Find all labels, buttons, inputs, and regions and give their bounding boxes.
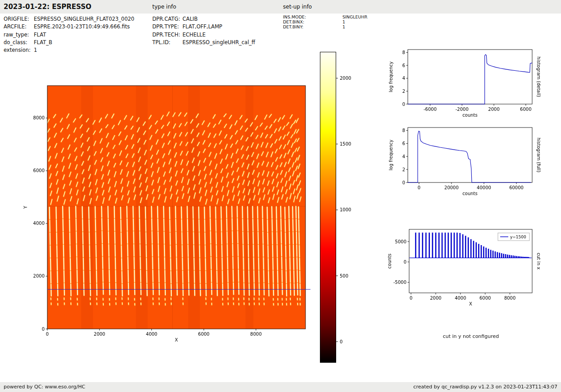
svg-text:6000: 6000 xyxy=(33,168,45,173)
footer-left-text: powered by QC: www.eso.org/HC xyxy=(4,384,85,390)
svg-text:4: 4 xyxy=(402,76,405,81)
svg-text:4000: 4000 xyxy=(455,296,466,301)
footer-right-text: created by qc_rawdisp.py v1.2.3 on 2023-… xyxy=(413,384,557,390)
meta-value: CALIB xyxy=(182,15,198,23)
svg-text:8: 8 xyxy=(402,50,405,55)
histogram-detail-ylabel: log frequency xyxy=(388,61,393,92)
svg-text:0: 0 xyxy=(402,102,405,107)
histogram-detail-right-label: histogram (detail) xyxy=(536,57,541,97)
meta-label: ARCFILE: xyxy=(4,23,34,31)
histogram-full-series xyxy=(408,131,531,182)
svg-text:0: 0 xyxy=(404,260,406,264)
meta-value: ESPRESSO_SINGLEUHR_FLAT023_0020 xyxy=(34,15,134,23)
cut-in-x-right-label: cut in x xyxy=(536,253,541,269)
meta-value: 1 xyxy=(342,25,345,30)
histogram-full-right-label: histogram (full) xyxy=(536,137,541,172)
svg-text:0: 0 xyxy=(46,332,49,337)
raw-image-ylabel: Y xyxy=(23,205,28,209)
legend-label: y=1500 xyxy=(510,235,526,239)
svg-text:20000: 20000 xyxy=(444,185,459,190)
meta-row-detbiny: DET.BINY:1 xyxy=(283,25,367,30)
meta-label: DPR.TYPE: xyxy=(152,23,182,31)
meta-row-origfile: ORIGFILE:ESPRESSO_SINGLEUHR_FLAT023_0020 xyxy=(4,15,134,23)
colorbar xyxy=(320,52,336,363)
histogram-full-xlabel: counts xyxy=(462,191,477,196)
histogram-detail-axes: -6000-20002000600002468countslog frequen… xyxy=(388,50,541,118)
meta-label: DPR.TECH: xyxy=(152,31,182,39)
svg-text:60000: 60000 xyxy=(509,185,524,190)
svg-text:5000: 5000 xyxy=(395,239,406,244)
setup-info-block: INS.MODE:SINGLEUHR DET.BINX:1 DET.BINY:1 xyxy=(283,15,367,29)
meta-value: SINGLEUHR xyxy=(342,15,367,20)
cut-in-x-xlabel: X xyxy=(469,301,472,306)
svg-text:6: 6 xyxy=(402,141,405,146)
meta-row-arcfile: ARCFILE:ESPRE.2023-01-23T10:49:49.666.fi… xyxy=(4,23,134,31)
meta-label: DPR.CATG: xyxy=(152,15,182,23)
footer-bar: powered by QC: www.eso.org/HC created by… xyxy=(0,382,561,392)
meta-value: ESPRE.2023-01-23T10:49:49.666.fits xyxy=(34,23,130,31)
meta-row-dprtype: DPR.TYPE:FLAT,OFF,LAMP xyxy=(152,23,255,31)
meta-row-dprtech: DPR.TECH:ECHELLE xyxy=(152,31,255,39)
histogram-full-axes: 020000400006000002468countslog frequency… xyxy=(388,128,541,196)
svg-text:6000: 6000 xyxy=(520,107,531,112)
meta-row-tplid: TPL.ID:ESPRESSO_singleUHR_cal_ff xyxy=(152,39,255,46)
svg-text:0: 0 xyxy=(340,339,342,344)
svg-text:0: 0 xyxy=(418,185,420,190)
meta-row-detbinx: DET.BINX:1 xyxy=(283,20,367,25)
cut-legend: y=1500 xyxy=(498,233,529,241)
meta-value: ESPRESSO_singleUHR_cal_ff xyxy=(182,39,255,46)
svg-text:4: 4 xyxy=(402,154,405,159)
meta-label: do_class: xyxy=(4,39,34,46)
svg-text:40000: 40000 xyxy=(477,185,491,190)
histogram-detail-xlabel: counts xyxy=(462,113,477,118)
meta-label: TPL.ID: xyxy=(152,39,182,46)
svg-text:8000: 8000 xyxy=(504,296,515,301)
svg-text:4000: 4000 xyxy=(146,332,157,337)
type-info-heading: type info xyxy=(152,4,176,10)
svg-text:-2000: -2000 xyxy=(456,107,469,112)
file-info-block: ORIGFILE:ESPRESSO_SINGLEUHR_FLAT023_0020… xyxy=(4,15,134,54)
meta-label: extension: xyxy=(4,46,34,54)
svg-text:2000: 2000 xyxy=(340,76,351,81)
svg-text:0: 0 xyxy=(402,180,405,185)
type-info-block: DPR.CATG:CALIB DPR.TYPE:FLAT,OFF,LAMP DP… xyxy=(152,15,255,46)
meta-value: ECHELLE xyxy=(182,31,205,39)
svg-text:-6000: -6000 xyxy=(424,107,437,112)
cut-in-x-axes: 02000400060008000-500005000Xcountscut in… xyxy=(387,229,541,306)
meta-value: FLAT,OFF,LAMP xyxy=(182,23,222,31)
meta-row-rawtype: raw_type:FLAT xyxy=(4,31,134,39)
svg-text:8000: 8000 xyxy=(33,115,45,120)
svg-text:1500: 1500 xyxy=(340,141,351,146)
svg-text:2000: 2000 xyxy=(33,273,45,278)
meta-label: raw_type: xyxy=(4,31,34,39)
meta-value: FLAT xyxy=(34,31,46,39)
svg-text:4000: 4000 xyxy=(33,221,45,226)
histogram-detail-series xyxy=(408,55,532,104)
svg-text:2: 2 xyxy=(402,89,405,94)
svg-text:2000: 2000 xyxy=(430,296,441,301)
cut-spikes xyxy=(416,232,529,258)
meta-label: ORIGFILE: xyxy=(4,15,34,23)
svg-text:0: 0 xyxy=(42,327,45,332)
svg-text:2000: 2000 xyxy=(488,107,499,112)
svg-text:8000: 8000 xyxy=(250,332,261,337)
svg-text:2: 2 xyxy=(402,167,405,172)
meta-row-extension: extension:1 xyxy=(4,46,134,54)
svg-text:6000: 6000 xyxy=(198,332,210,337)
histogram-full-ylabel: log frequency xyxy=(388,140,393,171)
meta-value: FLAT_B xyxy=(34,39,52,46)
colorbar-ticks: 0500100015002000 xyxy=(336,76,351,344)
svg-text:2000: 2000 xyxy=(94,332,105,337)
meta-label: DET.BINY: xyxy=(283,25,342,30)
meta-label: DET.BINX: xyxy=(283,20,342,25)
title-bar: 2023-01-22: ESPRESSO type info set-up in… xyxy=(0,0,561,14)
raw-frame-image xyxy=(47,86,306,329)
cut-in-x-ylabel: counts xyxy=(387,254,392,269)
cut-in-y-status: cut in y not configured xyxy=(408,333,534,339)
raw-image-xlabel: X xyxy=(175,337,178,342)
svg-text:6000: 6000 xyxy=(479,296,491,301)
meta-row-dprcatg: DPR.CATG:CALIB xyxy=(152,15,255,23)
svg-text:6: 6 xyxy=(402,63,405,68)
meta-value: 1 xyxy=(342,20,345,25)
svg-text:0: 0 xyxy=(410,296,412,301)
